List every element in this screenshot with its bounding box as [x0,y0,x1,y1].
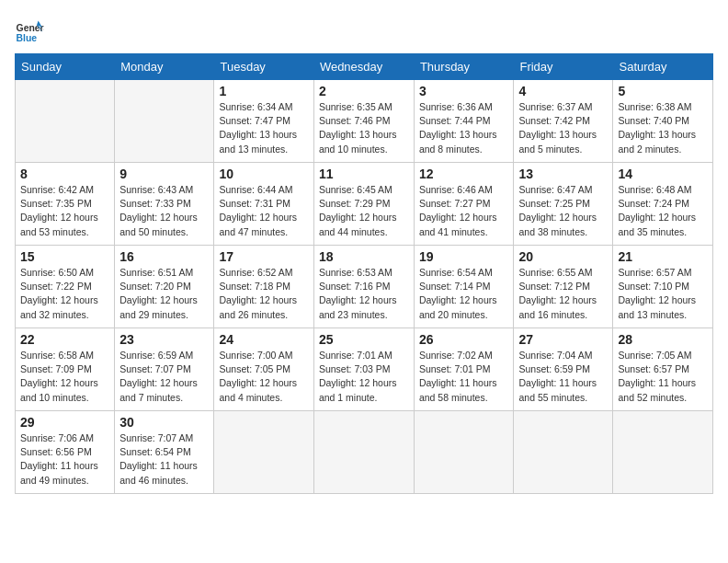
calendar-week-row: 8 Sunrise: 6:42 AMSunset: 7:35 PMDayligh… [16,163,713,246]
day-number: 21 [618,249,708,264]
day-cell: 25 Sunrise: 7:01 AMSunset: 7:03 PMDaylig… [313,328,414,411]
empty-cell [115,80,214,163]
day-number: 3 [419,84,509,98]
weekday-header: Friday [514,54,613,80]
day-info: Sunrise: 7:05 AMSunset: 6:57 PMDaylight:… [618,349,708,405]
empty-cell [414,411,514,494]
calendar-week-row: 1 Sunrise: 6:34 AMSunset: 7:47 PMDayligh… [16,80,713,163]
day-number: 5 [618,84,708,98]
day-info: Sunrise: 6:35 AMSunset: 7:46 PMDaylight:… [319,100,409,156]
day-number: 27 [518,332,608,347]
day-number: 25 [319,332,409,347]
day-info: Sunrise: 6:45 AMSunset: 7:29 PMDaylight:… [319,183,409,239]
day-cell: 24 Sunrise: 7:00 AMSunset: 7:05 PMDaylig… [214,328,313,411]
day-info: Sunrise: 6:38 AMSunset: 7:40 PMDaylight:… [618,100,708,156]
day-info: Sunrise: 6:57 AMSunset: 7:10 PMDaylight:… [618,266,708,322]
day-cell: 5 Sunrise: 6:38 AMSunset: 7:40 PMDayligh… [613,80,713,163]
day-cell: 12 Sunrise: 6:46 AMSunset: 7:27 PMDaylig… [414,163,514,246]
weekday-header: Sunday [16,54,115,80]
day-number: 2 [319,84,409,98]
day-number: 14 [618,167,708,181]
day-number: 10 [219,167,308,181]
day-cell: 4 Sunrise: 6:37 AMSunset: 7:42 PMDayligh… [514,80,613,163]
day-number: 17 [219,249,308,264]
day-number: 28 [618,332,708,347]
calendar-week-row: 15 Sunrise: 6:50 AMSunset: 7:22 PMDaylig… [16,246,713,328]
logo: General Blue [15,15,44,44]
day-number: 23 [119,332,209,347]
day-info: Sunrise: 6:47 AMSunset: 7:25 PMDaylight:… [518,183,608,239]
day-info: Sunrise: 6:58 AMSunset: 7:09 PMDaylight:… [20,349,109,405]
day-number: 15 [20,249,109,264]
day-number: 11 [319,167,409,181]
empty-cell [313,411,414,494]
day-info: Sunrise: 6:59 AMSunset: 7:07 PMDaylight:… [119,349,209,405]
day-info: Sunrise: 6:44 AMSunset: 7:31 PMDaylight:… [219,183,308,239]
day-number: 20 [518,249,608,264]
weekday-header: Monday [115,54,214,80]
day-cell: 20 Sunrise: 6:55 AMSunset: 7:12 PMDaylig… [514,246,613,328]
day-number: 4 [518,84,608,98]
day-number: 18 [319,249,409,264]
day-number: 1 [219,84,308,98]
day-info: Sunrise: 6:42 AMSunset: 7:35 PMDaylight:… [20,183,109,239]
day-cell: 9 Sunrise: 6:43 AMSunset: 7:33 PMDayligh… [115,163,214,246]
day-info: Sunrise: 6:51 AMSunset: 7:20 PMDaylight:… [119,266,209,322]
day-number: 29 [20,415,109,430]
calendar-week-row: 29 Sunrise: 7:06 AMSunset: 6:56 PMDaylig… [16,411,713,494]
day-cell: 10 Sunrise: 6:44 AMSunset: 7:31 PMDaylig… [214,163,313,246]
day-cell: 15 Sunrise: 6:50 AMSunset: 7:22 PMDaylig… [16,246,115,328]
page-header: General Blue [15,15,713,44]
day-number: 30 [119,415,209,430]
day-info: Sunrise: 6:46 AMSunset: 7:27 PMDaylight:… [419,183,509,239]
day-number: 24 [219,332,308,347]
day-number: 8 [20,167,109,181]
day-cell: 29 Sunrise: 7:06 AMSunset: 6:56 PMDaylig… [16,411,115,494]
svg-text:Blue: Blue [17,33,38,43]
day-cell: 17 Sunrise: 6:52 AMSunset: 7:18 PMDaylig… [214,246,313,328]
weekday-header: Wednesday [313,54,414,80]
day-number: 16 [119,249,209,264]
day-info: Sunrise: 6:43 AMSunset: 7:33 PMDaylight:… [119,183,209,239]
day-number: 12 [419,167,509,181]
day-info: Sunrise: 6:53 AMSunset: 7:16 PMDaylight:… [319,266,409,322]
empty-cell [613,411,713,494]
day-number: 19 [419,249,509,264]
day-info: Sunrise: 6:54 AMSunset: 7:14 PMDaylight:… [419,266,509,322]
weekday-header: Tuesday [214,54,313,80]
day-cell: 28 Sunrise: 7:05 AMSunset: 6:57 PMDaylig… [613,328,713,411]
calendar-week-row: 22 Sunrise: 6:58 AMSunset: 7:09 PMDaylig… [16,328,713,411]
day-info: Sunrise: 7:02 AMSunset: 7:01 PMDaylight:… [419,349,509,405]
empty-cell [16,80,115,163]
day-info: Sunrise: 6:55 AMSunset: 7:12 PMDaylight:… [518,266,608,322]
day-cell: 19 Sunrise: 6:54 AMSunset: 7:14 PMDaylig… [414,246,514,328]
day-cell: 11 Sunrise: 6:45 AMSunset: 7:29 PMDaylig… [313,163,414,246]
calendar-table: SundayMondayTuesdayWednesdayThursdayFrid… [15,53,713,494]
empty-cell [214,411,313,494]
day-cell: 26 Sunrise: 7:02 AMSunset: 7:01 PMDaylig… [414,328,514,411]
day-cell: 21 Sunrise: 6:57 AMSunset: 7:10 PMDaylig… [613,246,713,328]
day-cell: 13 Sunrise: 6:47 AMSunset: 7:25 PMDaylig… [514,163,613,246]
day-info: Sunrise: 6:34 AMSunset: 7:47 PMDaylight:… [219,100,308,156]
weekday-header: Saturday [613,54,713,80]
day-cell: 27 Sunrise: 7:04 AMSunset: 6:59 PMDaylig… [514,328,613,411]
day-info: Sunrise: 6:36 AMSunset: 7:44 PMDaylight:… [419,100,509,156]
day-cell: 30 Sunrise: 7:07 AMSunset: 6:54 PMDaylig… [115,411,214,494]
day-info: Sunrise: 6:37 AMSunset: 7:42 PMDaylight:… [518,100,608,156]
empty-cell [514,411,613,494]
day-info: Sunrise: 7:07 AMSunset: 6:54 PMDaylight:… [119,431,209,488]
weekday-header: Thursday [414,54,514,80]
day-cell: 14 Sunrise: 6:48 AMSunset: 7:24 PMDaylig… [613,163,713,246]
logo-icon: General Blue [15,15,44,44]
day-info: Sunrise: 7:04 AMSunset: 6:59 PMDaylight:… [518,349,608,405]
day-cell: 18 Sunrise: 6:53 AMSunset: 7:16 PMDaylig… [313,246,414,328]
day-number: 26 [419,332,509,347]
day-cell: 22 Sunrise: 6:58 AMSunset: 7:09 PMDaylig… [16,328,115,411]
day-number: 9 [119,167,209,181]
day-cell: 3 Sunrise: 6:36 AMSunset: 7:44 PMDayligh… [414,80,514,163]
day-cell: 1 Sunrise: 6:34 AMSunset: 7:47 PMDayligh… [214,80,313,163]
day-number: 22 [20,332,109,347]
day-info: Sunrise: 6:50 AMSunset: 7:22 PMDaylight:… [20,266,109,322]
day-info: Sunrise: 7:00 AMSunset: 7:05 PMDaylight:… [219,349,308,405]
day-cell: 16 Sunrise: 6:51 AMSunset: 7:20 PMDaylig… [115,246,214,328]
